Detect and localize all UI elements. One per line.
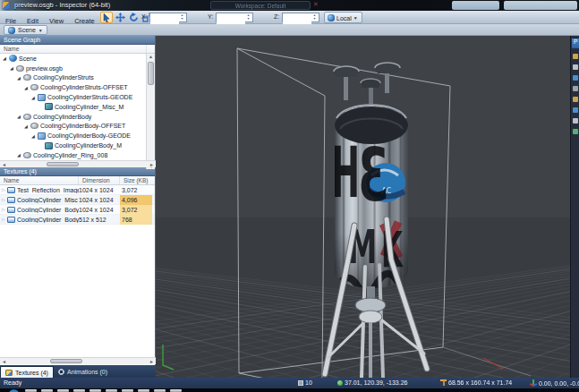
tree-node-label: CoolingCylinderBody_M xyxy=(55,142,122,149)
texture-row[interactable]: ▷CoolingCylinder_Body1024 x 10243,072 xyxy=(0,205,155,215)
status-item: 10 xyxy=(298,379,312,386)
tab-animations-0-[interactable]: Animations (0) xyxy=(54,366,112,378)
tree-node-label: CoolingCylinderStruts-GEODE xyxy=(47,94,132,100)
move-tool-button[interactable] xyxy=(114,12,126,23)
x-spinner[interactable]: ▴▾ xyxy=(179,13,185,21)
hscroll-thumb[interactable] xyxy=(47,162,79,166)
texture-row[interactable]: ▷CoolingCylinder_Body_S...512 x 512768 xyxy=(0,215,155,225)
textures-column-header[interactable]: Name Dimension Size (KB) xyxy=(0,176,155,185)
left-dock: Scene Graph Name ◢Scene◢preview.osgb◢Coo… xyxy=(0,36,156,378)
y-field[interactable]: ▴▾ xyxy=(216,13,253,22)
texture-expander-icon[interactable]: ▷ xyxy=(0,207,7,212)
node-icon xyxy=(23,74,31,81)
tree-node[interactable]: ◢CoolingCylinderStruts-OFFSET xyxy=(0,82,147,92)
textures-panel-header: Textures (4) xyxy=(0,167,155,176)
tree-expander-icon[interactable]: ◢ xyxy=(24,124,30,129)
tree-node[interactable]: ◢CoolingCylinderBody xyxy=(0,112,147,122)
tree-node-label: CoolingCylinderBody xyxy=(33,114,91,120)
tree-node-label: CoolingCylinderBody-GEODE xyxy=(47,132,131,139)
inspector-window: preview.osgb - Inspector (64-bit) Worksp… xyxy=(0,0,579,392)
texture-name: CoolingCylinder_Body_S... xyxy=(17,217,79,223)
globe2-icon xyxy=(9,55,17,62)
texture-expander-icon[interactable]: ▷ xyxy=(0,217,7,222)
texture-dimension: 1024 x 1024 xyxy=(79,197,120,203)
axis-icon xyxy=(530,379,537,387)
texture-expander-icon[interactable]: ▷ xyxy=(0,197,7,202)
tree-expander-icon[interactable]: ◢ xyxy=(17,75,23,81)
tree-expander-icon[interactable]: ◢ xyxy=(17,152,23,158)
status-item: 37.01, 120.39, -133.26 xyxy=(337,379,407,386)
status-item: 0.00, 0.00, -0.00 xyxy=(530,379,579,387)
tab-textures-4-[interactable]: Textures (4) xyxy=(0,366,54,378)
tree-expander-icon[interactable]: ◢ xyxy=(17,114,23,119)
app-icon xyxy=(3,2,10,9)
animations-tab-icon xyxy=(58,369,64,375)
status-ready-text: Ready xyxy=(4,379,21,386)
tree-node[interactable]: ◢CoolingCylinderBody-OFFSET xyxy=(0,122,147,132)
hscroll-left-arrow[interactable]: ◄ xyxy=(2,359,6,364)
scene-button-label: Scene xyxy=(18,27,36,33)
texture-name-column: Name xyxy=(0,176,79,184)
hscroll-right-arrow[interactable]: ► xyxy=(149,359,154,364)
tree-node[interactable]: ◢CoolingCylinderBody-GEODE xyxy=(0,131,147,141)
scene-graph-tree: ◢Scene◢preview.osgb◢CoolingCylinderStrut… xyxy=(0,54,147,160)
z-spinner[interactable]: ▴▾ xyxy=(311,13,318,21)
tree-expander-icon[interactable]: ◢ xyxy=(10,65,16,71)
tree-node-label: CoolingCylinderStruts xyxy=(33,74,94,81)
window-title: preview.osgb - Inspector (64-bit) xyxy=(14,1,110,9)
hscroll-left-arrow[interactable]: ◄ xyxy=(2,162,6,167)
tab-label: Animations (0) xyxy=(67,369,107,375)
tree-node[interactable]: ◢CoolingCylinderStruts xyxy=(0,73,147,83)
background-artifact-1 xyxy=(452,1,499,10)
texture-image-icon xyxy=(7,197,15,203)
local-button-label: Local xyxy=(336,15,352,21)
tab-label: Textures (4) xyxy=(15,370,48,376)
status-item-text: 0.00, 0.00, -0.00 xyxy=(539,380,579,387)
dimensions-icon xyxy=(440,379,447,386)
textures-hscrollbar[interactable]: ◄ ► xyxy=(0,357,156,364)
x-field[interactable]: ▴▾ xyxy=(149,13,187,22)
hscroll-thumb[interactable] xyxy=(50,359,82,363)
right-panel-header: P xyxy=(572,38,579,48)
texture-size: 3,072 xyxy=(120,205,152,215)
texture-expander-icon[interactable]: ▷ xyxy=(0,187,7,192)
tree-node[interactable]: ◢Scene xyxy=(0,54,147,64)
scene-graph-hscrollbar[interactable]: ◄ ► xyxy=(0,160,156,167)
tree-node[interactable]: CoolingCylinder_Misc_M xyxy=(0,102,147,112)
rotate-tool-button[interactable] xyxy=(127,12,140,23)
right-panel-icon xyxy=(573,97,578,102)
tree-expander-icon[interactable]: ◢ xyxy=(31,95,38,100)
geode-icon xyxy=(38,94,46,101)
tree-node[interactable]: CoolingCylinderBody_M xyxy=(0,141,147,150)
texture-row[interactable]: ▷Test_Reflection_Image_r...1024 x 10243,… xyxy=(0,185,155,195)
tree-node[interactable]: ◢preview.osgb xyxy=(0,64,147,73)
tree-node[interactable]: ◢CoolingCylinder_Ring_008 xyxy=(0,150,147,160)
3d-viewport[interactable]: AC H 3 M K xyxy=(156,36,570,378)
local-coordinate-button[interactable]: Local ▼ xyxy=(324,12,362,23)
vscroll-thumb[interactable] xyxy=(148,62,154,85)
select-tool-button[interactable] xyxy=(100,12,113,23)
tree-expander-icon[interactable]: ◢ xyxy=(3,55,9,61)
texture-dimension: 1024 x 1024 xyxy=(79,187,120,193)
tree-node[interactable]: ◢CoolingCylinderStruts-GEODE xyxy=(0,92,147,102)
texture-dimension-column: Dimension xyxy=(79,176,120,184)
tree-node-label: Scene xyxy=(19,55,37,62)
hscroll-right-arrow[interactable]: ► xyxy=(149,162,154,167)
right-panel-icon xyxy=(573,118,578,124)
z-label: Z: xyxy=(274,13,279,20)
y-spinner[interactable]: ▴▾ xyxy=(245,13,251,21)
scene-graph-vscrollbar[interactable]: ▲▼ xyxy=(146,54,155,169)
textures-panel-empty-area xyxy=(0,225,155,357)
z-field[interactable]: ▴▾ xyxy=(282,13,319,22)
tree-expander-icon[interactable]: ◢ xyxy=(31,133,38,139)
scene-dropdown-button[interactable]: Scene ▼ xyxy=(4,25,47,35)
menu-toolbar: FileEditViewCreate X: ▴▾ Y: ▴▾ Z: ▴▾ xyxy=(0,11,579,24)
scene-globe-icon xyxy=(8,27,15,34)
x-label: X: xyxy=(141,13,148,20)
windows-taskbar[interactable] xyxy=(0,388,579,392)
y-label: Y: xyxy=(208,13,213,20)
texture-row[interactable]: ▷CoolingCylinder_Misc1024 x 10244,096 xyxy=(0,195,155,205)
texture-dimension: 512 x 512 xyxy=(79,217,120,223)
tree-expander-icon[interactable]: ◢ xyxy=(24,85,30,90)
scene-graph-column-header[interactable]: Name xyxy=(0,45,155,54)
